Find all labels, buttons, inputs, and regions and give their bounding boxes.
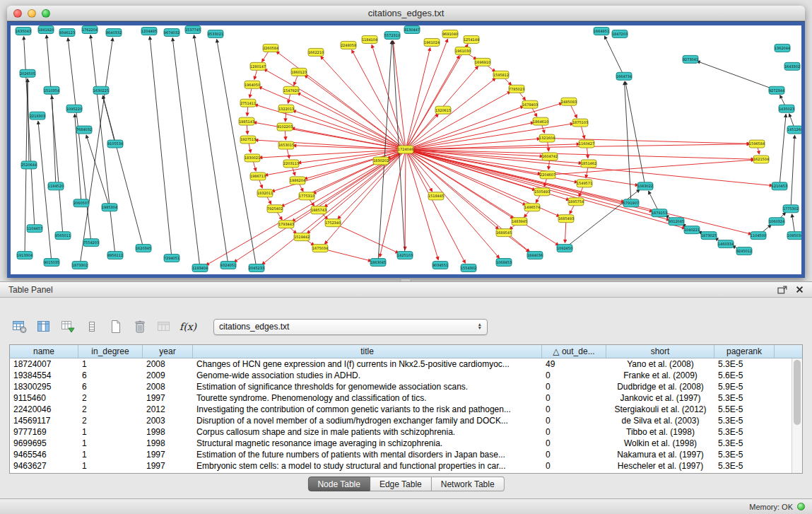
column-header-name[interactable]: name — [10, 345, 78, 358]
graph-node[interactable]: 1830202 — [373, 157, 389, 165]
graph-node[interactable]: 7684032 — [76, 126, 92, 134]
graph-node[interactable]: 1604742 — [542, 153, 558, 160]
graph-edge[interactable] — [406, 144, 579, 150]
graph-node[interactable]: 7554203 — [83, 239, 99, 247]
graph-node[interactable]: 1322013 — [278, 105, 294, 112]
graph-node[interactable]: 6791907 — [623, 199, 639, 207]
graph-node[interactable]: 1547920 — [283, 86, 299, 94]
graph-node[interactable]: 1254149 — [464, 35, 479, 43]
graph-node[interactable]: 1596584 — [749, 140, 765, 148]
graph-node[interactable]: 9346123 — [59, 28, 75, 36]
function-builder-button[interactable]: f(x) — [180, 318, 196, 335]
graph-node[interactable]: 8956112 — [107, 252, 123, 259]
graph-node[interactable]: 1678403 — [522, 100, 538, 108]
graph-node[interactable]: 1210453 — [772, 182, 787, 190]
graph-edge[interactable] — [779, 115, 786, 187]
graph-node[interactable]: 1685493 — [558, 215, 574, 223]
graph-node[interactable]: 7785023 — [509, 85, 524, 93]
graph-node[interactable]: 1320615 — [435, 106, 451, 114]
graph-node[interactable]: 1985304 — [102, 204, 117, 211]
graph-node[interactable]: 1964050 — [245, 81, 260, 88]
vertical-scrollbar[interactable] — [792, 358, 802, 473]
graph-node[interactable]: 1620345 — [136, 245, 151, 252]
table-mode-button[interactable] — [11, 318, 28, 335]
close-window-button[interactable] — [13, 9, 22, 18]
graph-node[interactable]: 1630225 — [93, 86, 109, 94]
graph-node[interactable]: 1104500 — [751, 232, 766, 240]
graph-node[interactable]: 1664734 — [616, 72, 632, 80]
graph-edge[interactable] — [406, 106, 524, 149]
graph-edge[interactable] — [625, 82, 645, 187]
graph-edge[interactable] — [406, 144, 750, 150]
column-header-out_de[interactable]: △ out_de... — [542, 345, 606, 358]
graph-edge[interactable] — [333, 223, 399, 253]
graph-node[interactable]: 2203113 — [283, 160, 299, 168]
graph-node[interactable]: 1496574 — [524, 204, 540, 211]
graph-node[interactable]: 1793443 — [278, 221, 294, 228]
graph-node[interactable]: 1986713 — [250, 173, 266, 180]
graph-edge[interactable] — [548, 160, 754, 175]
graph-node[interactable]: 1635043 — [16, 27, 31, 35]
column-header-short[interactable]: short — [606, 345, 714, 358]
table-source-dropdown[interactable]: citations_edges.txt ▲▼ — [213, 319, 488, 335]
graph-node[interactable]: 1083022 — [637, 182, 653, 190]
delete-column-button[interactable] — [131, 318, 148, 335]
tab-network-table[interactable]: Network Table — [432, 477, 505, 491]
graph-node[interactable]: 1879153 — [652, 209, 667, 217]
graph-node[interactable]: 7925402 — [267, 205, 283, 213]
graph-edge[interactable] — [80, 38, 113, 265]
graph-node[interactable]: 9691040 — [442, 30, 458, 37]
tab-edge-table[interactable]: Edge Table — [370, 477, 432, 491]
graph-edge[interactable] — [217, 40, 257, 268]
graph-node[interactable]: 2204607 — [540, 171, 555, 179]
graph-node[interactable]: 2060507 — [73, 199, 89, 207]
graph-node[interactable]: 1864610 — [533, 117, 548, 125]
graph-node[interactable]: 1689545 — [496, 229, 512, 237]
graph-node[interactable]: 1841920 — [38, 25, 54, 33]
table-row[interactable]: 1456911722003Disruption of a novel membe… — [10, 415, 802, 426]
graph-node[interactable]: 8533021 — [208, 30, 223, 37]
graph-node[interactable]: 9102203 — [277, 123, 293, 131]
table-row[interactable]: 911546021997Tourette syndrome. Phenomeno… — [10, 392, 802, 404]
column-header-in_degree[interactable]: in_degree — [78, 345, 143, 358]
graph-node[interactable]: 1860123 — [291, 68, 307, 76]
graph-edge[interactable] — [150, 37, 172, 258]
graph-edge[interactable] — [259, 87, 406, 150]
graph-edge[interactable] — [406, 114, 438, 149]
graph-node[interactable]: 1873025 — [701, 232, 717, 240]
graph-node[interactable]: 9565011 — [55, 232, 71, 240]
graph-edge[interactable] — [305, 150, 406, 180]
graph-node[interactable]: 5572310 — [384, 31, 400, 39]
graph-edge[interactable] — [307, 150, 406, 234]
graph-node[interactable]: 2218303 — [30, 112, 45, 119]
graph-edge[interactable] — [206, 150, 406, 266]
network-graph[interactable]: 1635043184192093461231762204864033212044… — [11, 25, 801, 274]
import-table-button[interactable] — [59, 318, 76, 335]
graph-node[interactable]: 8640332 — [106, 28, 122, 36]
memory-ok-indicator[interactable] — [797, 503, 805, 510]
graph-node[interactable]: 1510354 — [44, 86, 59, 94]
graph-node[interactable]: 1280147 — [250, 62, 266, 70]
graph-node[interactable]: 9105534 — [107, 140, 123, 148]
column-header-year[interactable]: year — [143, 345, 193, 358]
graph-node[interactable]: 1664951 — [594, 27, 609, 35]
table-row[interactable]: 969969511998Structural magnetic resonanc… — [10, 438, 802, 449]
graph-node[interactable]: 2520644 — [21, 161, 37, 169]
graph-edge[interactable] — [305, 76, 406, 150]
graph-node[interactable]: 1425103 — [397, 252, 413, 259]
zoom-window-button[interactable] — [42, 9, 50, 18]
graph-node[interactable]: 1549571 — [577, 180, 592, 187]
graph-node[interactable]: 1537745 — [185, 25, 201, 33]
graph-node[interactable]: 7294051 — [164, 255, 180, 262]
graph-node[interactable]: 8130447 — [404, 25, 420, 33]
graph-node[interactable]: 1095220 — [66, 105, 82, 112]
graph-edge[interactable] — [406, 92, 510, 150]
graph-node[interactable]: 1875103 — [572, 119, 588, 127]
graph-node[interactable]: 1873302 — [72, 262, 88, 269]
graph-node[interactable]: 1621504 — [753, 156, 769, 163]
graph-node[interactable]: 9312045 — [669, 218, 684, 226]
graph-node[interactable]: 1653015 — [278, 141, 294, 149]
graph-node[interactable]: 1775310 — [299, 192, 314, 200]
graph-edge[interactable] — [791, 136, 794, 209]
graph-node[interactable]: 1362044 — [775, 44, 790, 52]
